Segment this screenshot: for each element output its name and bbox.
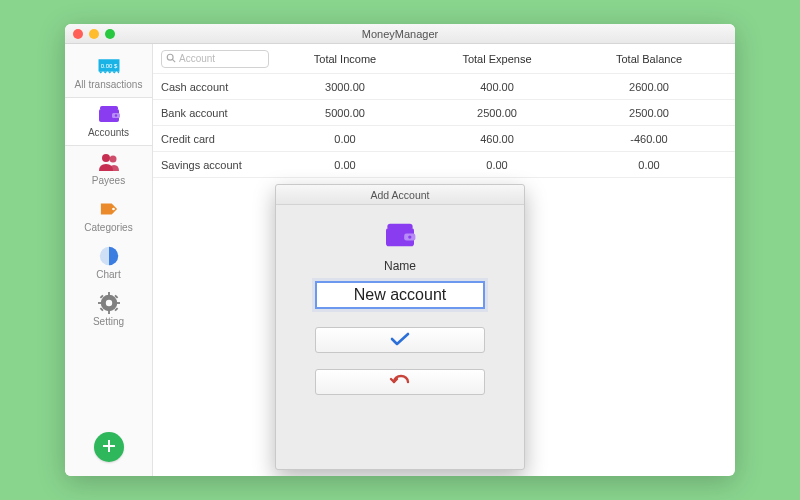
people-icon <box>97 152 121 172</box>
account-name: Bank account <box>161 107 269 119</box>
cell-income: 0.00 <box>269 133 421 145</box>
cell-balance: -460.00 <box>573 133 725 145</box>
svg-point-7 <box>112 208 115 211</box>
traffic-lights <box>65 29 115 39</box>
dialog-body: Name <box>276 205 524 469</box>
account-name: Credit card <box>161 133 269 145</box>
svg-point-19 <box>167 54 173 60</box>
cell-balance: 2600.00 <box>573 81 725 93</box>
svg-point-10 <box>105 300 111 306</box>
search-input[interactable] <box>179 53 264 64</box>
wallet-icon <box>97 104 121 124</box>
plus-icon <box>102 439 116 456</box>
add-account-dialog: Add Account Name <box>275 184 525 470</box>
sidebar: 0.00 $ All transactions Accounts <box>65 44 153 476</box>
svg-point-5 <box>102 154 110 162</box>
receipt-icon: 0.00 $ <box>97 56 121 76</box>
sidebar-item-payees[interactable]: Payees <box>65 146 152 193</box>
cancel-button[interactable] <box>315 369 485 395</box>
wallet-icon <box>383 221 417 249</box>
table-row[interactable]: Credit card 0.00 460.00 -460.00 <box>153 126 735 152</box>
svg-rect-13 <box>98 302 102 304</box>
search-field[interactable] <box>161 50 269 68</box>
cell-income: 0.00 <box>269 159 421 171</box>
sidebar-item-accounts[interactable]: Accounts <box>65 97 152 146</box>
title-bar: MoneyManager <box>65 24 735 44</box>
svg-point-23 <box>408 235 411 238</box>
dialog-title: Add Account <box>276 185 524 205</box>
account-name: Savings account <box>161 159 269 171</box>
cell-income: 3000.00 <box>269 81 421 93</box>
zoom-window-button[interactable] <box>105 29 115 39</box>
sidebar-item-label: Setting <box>93 316 124 327</box>
sidebar-item-categories[interactable]: Categories <box>65 193 152 240</box>
confirm-button[interactable] <box>315 327 485 353</box>
window-title: MoneyManager <box>65 28 735 40</box>
close-window-button[interactable] <box>73 29 83 39</box>
cell-expense: 460.00 <box>421 133 573 145</box>
column-header-balance: Total Balance <box>573 53 725 65</box>
svg-point-4 <box>114 114 116 116</box>
app-window: MoneyManager 0.00 $ All transactions <box>65 24 735 476</box>
column-header-expense: Total Expense <box>421 53 573 65</box>
cell-balance: 0.00 <box>573 159 725 171</box>
check-icon <box>390 332 410 349</box>
svg-rect-11 <box>108 292 110 296</box>
sidebar-item-chart[interactable]: Chart <box>65 240 152 287</box>
table-row[interactable]: Bank account 5000.00 2500.00 2500.00 <box>153 100 735 126</box>
sidebar-item-label: Categories <box>84 222 132 233</box>
sidebar-item-all-transactions[interactable]: 0.00 $ All transactions <box>65 50 152 97</box>
account-name: Cash account <box>161 81 269 93</box>
table-row[interactable]: Savings account 0.00 0.00 0.00 <box>153 152 735 178</box>
cell-expense: 0.00 <box>421 159 573 171</box>
search-icon <box>166 53 176 65</box>
table-header-row: Total Income Total Expense Total Balance <box>153 44 735 74</box>
sidebar-item-setting[interactable]: Setting <box>65 287 152 334</box>
add-button[interactable] <box>94 432 124 462</box>
gear-icon <box>97 293 121 313</box>
sidebar-item-label: Accounts <box>88 127 129 138</box>
svg-rect-12 <box>108 310 110 314</box>
undo-icon <box>389 374 411 391</box>
minimize-window-button[interactable] <box>89 29 99 39</box>
svg-point-6 <box>109 156 116 163</box>
sidebar-item-label: Chart <box>96 269 120 280</box>
tag-icon <box>97 199 121 219</box>
cell-income: 5000.00 <box>269 107 421 119</box>
cell-expense: 400.00 <box>421 81 573 93</box>
piechart-icon <box>97 246 121 266</box>
cell-balance: 2500.00 <box>573 107 725 119</box>
sidebar-item-label: Payees <box>92 175 125 186</box>
sidebar-item-label: All transactions <box>75 79 143 90</box>
svg-text:0.00 $: 0.00 $ <box>100 63 117 69</box>
name-label: Name <box>384 259 416 273</box>
column-header-income: Total Income <box>269 53 421 65</box>
cell-expense: 2500.00 <box>421 107 573 119</box>
table-row[interactable]: Cash account 3000.00 400.00 2600.00 <box>153 74 735 100</box>
svg-line-20 <box>173 59 176 62</box>
account-name-input[interactable] <box>315 281 485 309</box>
svg-rect-14 <box>116 302 120 304</box>
